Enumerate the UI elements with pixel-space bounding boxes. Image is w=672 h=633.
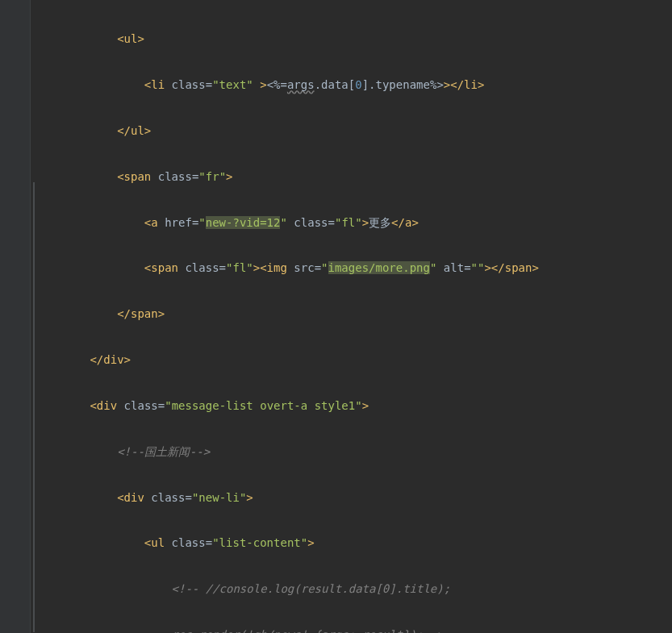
attr: alt [444, 261, 464, 274]
string: "text" [212, 78, 260, 91]
code-line[interactable]: <ul> [35, 27, 672, 50]
punct: = [464, 261, 470, 274]
ident: .data[ [315, 78, 356, 91]
comment: <!-- //console.log(result.data[0].title)… [172, 582, 451, 595]
code-line[interactable]: res.render('qh/news',{args: result});--> [35, 623, 672, 633]
code-line[interactable]: <li class="text" ><%=args.data[0].typena… [35, 73, 672, 96]
code-line[interactable]: <span class="fr"> [35, 165, 672, 188]
text: 更多 [369, 216, 391, 229]
tag: <span [117, 170, 158, 183]
punct: = [328, 216, 335, 229]
code-line[interactable]: <span class="fl"><img src="images/more.p… [35, 256, 672, 279]
attr: class [185, 261, 219, 274]
attr: class [172, 536, 206, 549]
code-line[interactable]: </ul> [35, 119, 672, 142]
ident: args [287, 78, 315, 91]
tag: </ul> [117, 124, 151, 137]
tag: > [362, 216, 369, 229]
ejs-delim: <%= [267, 78, 287, 91]
punct: = [315, 261, 321, 274]
tag: > [226, 170, 232, 183]
code-line[interactable]: <a href="new-?vid=12" class="fl">更多</a> [35, 211, 672, 234]
punct: = [158, 399, 165, 412]
code-line[interactable]: <div class="message-list overt-a style1"… [35, 394, 672, 417]
punct: = [185, 491, 191, 504]
string: "images/more.png" [321, 261, 436, 274]
punct: = [206, 78, 212, 91]
punct: = [219, 261, 226, 274]
code-line[interactable]: <ul class="list-content"> [35, 531, 672, 554]
comment: res.render('qh/news',{args: result});--> [172, 628, 444, 633]
tag: > [260, 78, 266, 91]
string: "new-li" [192, 491, 246, 504]
string: "message-list overt-a style1" [165, 399, 361, 412]
code-line[interactable]: <div class="new-li"> [35, 486, 672, 509]
tag: <span [144, 261, 186, 274]
tag: ><img [253, 261, 294, 274]
code-editor-content[interactable]: <ul> <li class="text" ><%=args.data[0].t… [0, 0, 672, 633]
ejs-delim: %> [430, 78, 444, 91]
tag: <div [90, 399, 123, 412]
code-line[interactable]: </span> [35, 302, 672, 325]
ident: ].typename [362, 78, 430, 91]
number: 0 [355, 78, 361, 91]
tag: </span> [117, 307, 165, 320]
comment: <!--国土新闻--> [117, 445, 210, 458]
string: "new-?vid=12" [198, 216, 287, 229]
tag: ></span> [484, 261, 538, 274]
tag: ></li> [444, 78, 485, 91]
attr: src [294, 261, 314, 274]
tag: <ul> [117, 32, 144, 45]
attr: class [172, 78, 206, 91]
attr: class [294, 216, 328, 229]
code-line[interactable]: </div> [35, 348, 672, 371]
tag: </div> [90, 353, 131, 366]
string: "" [471, 261, 485, 274]
attr: class [158, 170, 192, 183]
string: "fl" [226, 261, 253, 274]
tag: <ul [144, 536, 172, 549]
code-line[interactable]: <!--国土新闻--> [35, 440, 672, 463]
string: "fr" [198, 170, 226, 183]
tag: > [246, 491, 253, 504]
code-line[interactable]: <!-- //console.log(result.data[0].title)… [35, 577, 672, 600]
fold-indicator [33, 182, 35, 632]
string: "fl" [335, 216, 362, 229]
string: "list-content" [212, 536, 307, 549]
tag: <div [117, 491, 151, 504]
attr: class [124, 399, 158, 412]
tag: <li [144, 78, 172, 91]
editor-gutter [0, 0, 31, 633]
tag: <a [144, 216, 165, 229]
tag: > [307, 536, 314, 549]
attr: class [151, 491, 185, 504]
punct: = [206, 536, 212, 549]
tag: > [362, 399, 369, 412]
tag: </a> [391, 216, 419, 229]
attr: href [165, 216, 192, 229]
